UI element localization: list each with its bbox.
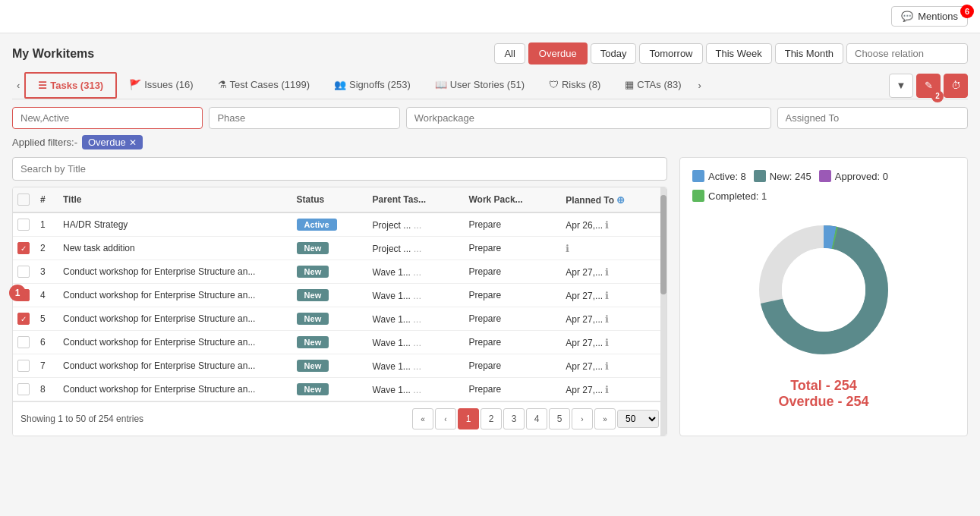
status-filter[interactable] xyxy=(12,107,203,129)
status-badge: New xyxy=(297,289,329,301)
mentions-button[interactable]: 💬 Mentions xyxy=(891,6,968,27)
legend-new-label: New: 245 xyxy=(770,171,811,182)
page-1-btn[interactable]: 1 xyxy=(458,408,479,429)
row-status: New xyxy=(292,378,368,401)
edit-badge: 2 xyxy=(931,90,944,102)
edit-icon: ✎ xyxy=(925,80,933,91)
status-badge: New xyxy=(297,360,329,372)
workpackage-filter[interactable] xyxy=(406,107,771,129)
page-next-btn[interactable]: › xyxy=(572,408,593,429)
legend-completed-dot xyxy=(692,190,704,202)
row-parent: Project ... ... xyxy=(368,212,465,237)
notification-badge: 6 xyxy=(960,5,974,18)
row-planned: Apr 27,... ℹ xyxy=(561,354,666,378)
legend-new-dot xyxy=(754,170,766,182)
tab-issues[interactable]: 🚩 Issues (16) xyxy=(117,73,205,98)
row-checkbox[interactable] xyxy=(17,383,30,395)
filter-tab-tomorrow[interactable]: Tomorrow xyxy=(639,43,702,64)
filter-tab-thismonth[interactable]: This Month xyxy=(775,43,843,64)
row-workpack: Prepare xyxy=(464,212,561,237)
legend-active-label: Active: 8 xyxy=(708,171,746,182)
table-row: ✓ 4 Conduct workshop for Enterprise Stru… xyxy=(13,284,666,307)
row-parent: Project ... ... xyxy=(368,237,465,260)
row-checkbox-cell: ✓ xyxy=(13,307,36,331)
tab-ctas[interactable]: ▦ CTAs (83) xyxy=(613,73,693,98)
phase-filter[interactable] xyxy=(209,107,399,129)
row-status: New xyxy=(292,331,368,354)
row-planned: Apr 27,... ℹ xyxy=(561,378,666,401)
row-checkbox[interactable] xyxy=(17,266,30,278)
status-badge: New xyxy=(297,313,329,325)
row-parent: Wave 1... ... xyxy=(368,354,465,378)
info-icon[interactable]: ℹ xyxy=(605,266,609,278)
select-all-checkbox[interactable] xyxy=(17,194,30,206)
col-title-header: Title xyxy=(58,187,292,212)
clock-button[interactable]: ⏱ xyxy=(944,74,968,98)
row-checkbox[interactable]: ✓ xyxy=(17,313,30,325)
row-num: 5 xyxy=(36,307,58,331)
add-col-icon[interactable]: ⊕ xyxy=(616,194,625,206)
page-first-btn[interactable]: « xyxy=(412,408,433,429)
info-icon[interactable]: ℹ xyxy=(605,384,609,395)
tab-risks[interactable]: 🛡 Risks (8) xyxy=(537,73,613,98)
row-checkbox[interactable] xyxy=(17,336,30,348)
legend-active: Active: 8 xyxy=(692,170,746,182)
parent-ellipsis: ... xyxy=(414,243,422,254)
filter-tab-all[interactable]: All xyxy=(494,43,525,64)
topbar: 💬 Mentions 6 xyxy=(0,0,980,33)
page-title: My Workitems xyxy=(12,47,94,61)
filter-tab-thisweek[interactable]: This Week xyxy=(706,43,772,64)
col-workpack-header: Work Pack... xyxy=(464,187,561,212)
page-2-btn[interactable]: 2 xyxy=(481,408,502,429)
filter-tab-overdue[interactable]: Overdue xyxy=(528,42,588,64)
row-checkbox[interactable]: ✓ xyxy=(17,242,30,254)
per-page-select[interactable]: 50 100 200 xyxy=(617,410,659,428)
row-status: New xyxy=(292,237,368,260)
relation-input[interactable] xyxy=(846,43,968,64)
row-num: 4 xyxy=(36,284,58,307)
row-status: New xyxy=(292,307,368,331)
tab-testcases-label: Test Cases (1199) xyxy=(230,79,310,90)
chip-text: Overdue xyxy=(88,137,126,148)
tab-userstories[interactable]: 📖 User Stories (51) xyxy=(423,73,537,98)
applied-filters: Applied filters:- Overdue ✕ xyxy=(12,135,968,149)
col-planned-header: Planned To ⊕ xyxy=(561,187,666,212)
info-icon[interactable]: ℹ xyxy=(605,219,609,231)
filter-tab-today[interactable]: Today xyxy=(591,43,637,64)
info-icon[interactable]: ℹ xyxy=(605,337,609,348)
row-status: New xyxy=(292,284,368,307)
table-header-row: # Title Status Parent Tas... Work Pack..… xyxy=(13,187,666,212)
info-icon[interactable]: ℹ xyxy=(605,313,609,325)
assigned-filter[interactable] xyxy=(777,107,968,129)
right-panel: Active: 8 New: 245 Approved: 0 Completed… xyxy=(679,157,968,436)
row-checkbox[interactable] xyxy=(17,360,30,372)
page-4-btn[interactable]: 4 xyxy=(526,408,547,429)
row-planned: Apr 27,... ℹ xyxy=(561,284,666,307)
filter-button[interactable]: ▼ xyxy=(889,74,913,98)
page-prev-btn[interactable]: ‹ xyxy=(435,408,456,429)
row-checkbox-cell xyxy=(13,354,36,378)
tab-prev-arrow[interactable]: ‹ xyxy=(12,74,24,97)
tab-signoffs-label: Signoffs (253) xyxy=(349,79,411,90)
search-input[interactable] xyxy=(12,157,667,181)
table-row: 7 Conduct workshop for Enterprise Struct… xyxy=(13,354,666,378)
status-badge: New xyxy=(297,266,329,278)
tab-tasks[interactable]: ☰ Tasks (313) xyxy=(24,72,117,99)
tab-signoffs[interactable]: 👥 Signoffs (253) xyxy=(322,73,423,98)
col-status-header: Status xyxy=(292,187,368,212)
row-title: Conduct workshop for Enterprise Structur… xyxy=(58,378,292,401)
overdue-chip[interactable]: Overdue ✕ xyxy=(82,135,143,149)
info-icon[interactable]: ℹ xyxy=(605,360,609,372)
page-3-btn[interactable]: 3 xyxy=(503,408,525,429)
col-checkbox-header[interactable] xyxy=(13,187,36,212)
row-title: HA/DR Strategy xyxy=(58,212,292,237)
page-last-btn[interactable]: » xyxy=(594,408,616,429)
info-icon[interactable]: ℹ xyxy=(566,243,569,254)
tab-testcases[interactable]: ⚗ Test Cases (1199) xyxy=(206,73,323,98)
page-5-btn[interactable]: 5 xyxy=(549,408,570,429)
chip-close-icon[interactable]: ✕ xyxy=(129,137,137,148)
row-checkbox[interactable] xyxy=(17,219,30,231)
tab-next-arrow[interactable]: › xyxy=(694,74,706,97)
pagination-buttons: « ‹ 1 2 3 4 5 › » 50 100 200 xyxy=(412,408,659,429)
info-icon[interactable]: ℹ xyxy=(605,290,609,301)
